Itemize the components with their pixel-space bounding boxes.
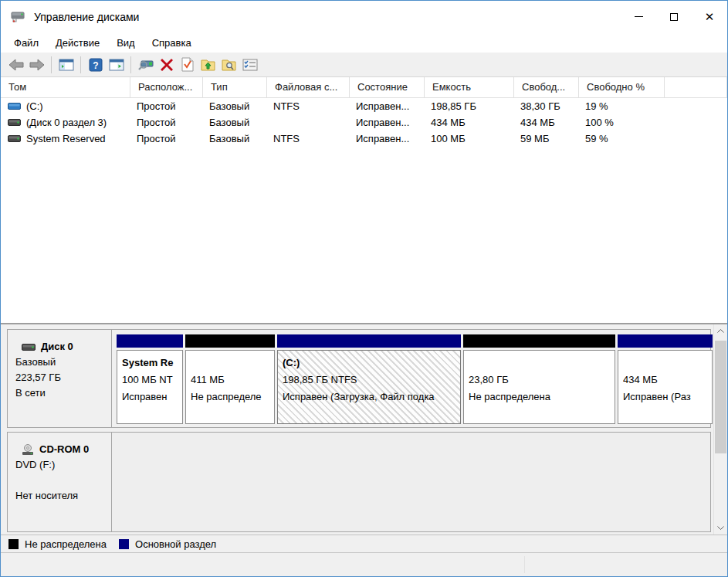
cdrom-name: CD-ROM 0 <box>39 442 89 457</box>
partition-name <box>191 355 269 372</box>
partition-status: Исправен <box>122 389 178 406</box>
table-row[interactable]: (C:) Простой Базовый NTFS Исправен... 19… <box>1 98 727 114</box>
partition-color-bar <box>185 334 275 348</box>
forward-button[interactable] <box>26 55 47 75</box>
status-bar <box>1 553 727 576</box>
column-header-free-percent[interactable]: Свободно % <box>579 77 665 97</box>
back-button[interactable] <box>5 55 26 75</box>
toolbar-separator <box>51 56 52 73</box>
status-bar-divider <box>524 556 525 573</box>
toolbar: ? <box>1 53 727 77</box>
cell-filesystem: NTFS <box>267 131 350 147</box>
show-hide-console-tree-button[interactable] <box>56 55 76 75</box>
legend-swatch-unallocated <box>8 539 19 549</box>
delete-volume-button[interactable] <box>156 55 177 75</box>
cell-type: Базовый <box>203 131 267 147</box>
cell-filesystem: NTFS <box>267 98 350 114</box>
vertical-scrollbar[interactable] <box>713 324 726 535</box>
menu-help[interactable]: Справка <box>144 34 200 52</box>
cell-free: 59 МБ <box>514 131 579 147</box>
volume-icon <box>8 135 21 142</box>
partition-c-drive[interactable]: (C:) 198,85 ГБ NTFS Исправен (Загрузка, … <box>277 334 461 424</box>
partition-info: 434 МБ <box>623 372 707 389</box>
partition-recovery[interactable]: 434 МБ Исправен (Раз <box>618 334 713 424</box>
rescan-disks-button[interactable] <box>135 55 156 75</box>
partition-unallocated-1[interactable]: 411 МБ Не распределе <box>185 334 275 424</box>
volume-list-pane: Том Располож... Тип Файловая с... Состоя… <box>1 77 727 323</box>
partition-status: Исправен (Раз <box>623 389 707 406</box>
menu-action[interactable]: Действие <box>47 34 108 52</box>
partition-color-bar <box>117 334 183 348</box>
cell-free: 434 МБ <box>514 114 579 131</box>
partition-unallocated-2[interactable]: 23,80 ГБ Не распределена <box>463 334 615 424</box>
rescan-disks-icon <box>137 58 154 72</box>
window-controls: ✕ <box>621 1 727 32</box>
column-header-type[interactable]: Тип <box>203 77 267 97</box>
menu-bar: Файл Действие Вид Справка <box>1 32 727 53</box>
scroll-down-arrow[interactable] <box>714 521 726 535</box>
back-icon <box>8 59 24 71</box>
column-header-filesystem[interactable]: Файловая с... <box>267 77 350 97</box>
column-header-layout[interactable]: Располож... <box>130 77 203 97</box>
folder-up-button[interactable] <box>198 55 218 75</box>
partition-status: Не распределе <box>191 389 269 406</box>
partition-info: 198,85 ГБ NTFS <box>283 372 455 389</box>
maximize-icon <box>670 13 678 21</box>
partition-system-reserved[interactable]: System Re 100 МБ NT Исправен <box>117 334 183 424</box>
partition-info: 411 МБ <box>191 372 269 389</box>
partition-color-bar <box>618 334 713 348</box>
cell-free-percent: 59 % <box>579 131 665 147</box>
cell-layout: Простой <box>130 98 203 114</box>
volume-table-header: Том Располож... Тип Файловая с... Состоя… <box>1 77 727 98</box>
column-header-volume[interactable]: Том <box>1 77 130 97</box>
toolbar-separator <box>80 56 81 73</box>
cell-capacity: 434 МБ <box>425 114 514 131</box>
folder-up-icon <box>201 58 215 71</box>
action-pane-icon <box>109 59 124 71</box>
menu-view[interactable]: Вид <box>108 34 144 52</box>
help-icon: ? <box>89 58 103 72</box>
menu-file[interactable]: Файл <box>5 34 47 52</box>
folder-search-icon <box>222 58 236 71</box>
legend-bar: Не распределена Основной раздел <box>1 535 727 553</box>
legend-swatch-primary <box>119 539 129 549</box>
disk-0-row: Диск 0 Базовый 223,57 ГБ В сети System R… <box>7 329 711 428</box>
column-header-capacity[interactable]: Емкость <box>425 77 514 97</box>
maximize-button[interactable] <box>656 1 692 32</box>
minimize-button[interactable] <box>621 1 656 32</box>
table-row[interactable]: System Reserved Простой Базовый NTFS Исп… <box>1 131 727 147</box>
cell-capacity: 198,85 ГБ <box>425 98 514 114</box>
scroll-up-arrow[interactable] <box>714 324 726 338</box>
cell-free: 38,30 ГБ <box>514 98 579 114</box>
partition-status: Исправен (Загрузка, Файл подка <box>283 389 455 406</box>
table-row[interactable]: (Диск 0 раздел 3) Простой Базовый Исправ… <box>1 114 727 131</box>
console-tree-icon <box>59 59 74 71</box>
partition-name: System Re <box>122 355 178 372</box>
help-button[interactable]: ? <box>85 55 106 75</box>
folder-search-button[interactable] <box>218 55 239 75</box>
scrollbar-thumb[interactable] <box>715 341 726 453</box>
column-header-free[interactable]: Свобод... <box>514 77 579 97</box>
cell-status: Исправен... <box>350 131 425 147</box>
close-button[interactable]: ✕ <box>692 1 727 32</box>
toolbar-separator <box>130 56 131 73</box>
disk-management-window: Управление дисками ✕ Файл Действие Вид С… <box>0 0 728 577</box>
view-options-button[interactable] <box>239 55 260 75</box>
partition-name: (C:) <box>283 355 455 372</box>
close-icon: ✕ <box>705 11 715 22</box>
cdrom-media-area[interactable] <box>112 433 710 531</box>
svg-text:?: ? <box>93 59 98 70</box>
cell-layout: Простой <box>130 131 203 147</box>
properties-check-document-button[interactable] <box>177 55 198 75</box>
partition-color-bar <box>277 334 461 348</box>
disk-type: Базовый <box>15 355 105 370</box>
cell-capacity: 100 МБ <box>425 131 514 147</box>
cell-status: Исправен... <box>350 114 425 131</box>
disk-0-partitions: System Re 100 МБ NT Исправен 411 МБ Не р… <box>112 330 715 427</box>
show-hide-action-pane-button[interactable] <box>106 55 127 75</box>
cell-layout: Простой <box>130 114 203 131</box>
column-header-status[interactable]: Состояние <box>350 77 425 97</box>
cell-status: Исправен... <box>350 98 425 114</box>
cdrom-0-panel[interactable]: CD-ROM 0 DVD (F:) Нет носителя <box>8 433 112 531</box>
disk-0-panel[interactable]: Диск 0 Базовый 223,57 ГБ В сети <box>8 330 112 427</box>
